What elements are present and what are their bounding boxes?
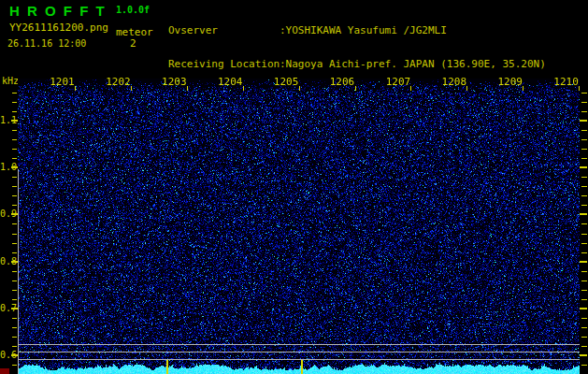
freq-minor-tick-left [12, 186, 17, 187]
freq-minor-tick-right [581, 271, 587, 272]
freq-minor-tick-right [581, 346, 587, 347]
detection-band-line-lower [18, 359, 580, 360]
meteor-echo-marker [301, 360, 303, 374]
freq-minor-tick-left [12, 139, 17, 140]
freq-tick-label: 0.9 [0, 209, 11, 219]
freq-minor-tick-right [581, 252, 587, 253]
freq-tick-label: 0.8 [0, 256, 11, 266]
detection-band-line-upper [18, 344, 580, 345]
time-tick-label: 1204 [214, 76, 246, 88]
freq-major-tick-left [11, 213, 18, 215]
time-tick-label: 1202 [102, 76, 134, 88]
freq-minor-tick-left [12, 234, 17, 235]
freq-minor-tick-right [581, 195, 587, 196]
freq-minor-tick-left [12, 327, 17, 328]
freq-minor-tick-left [12, 318, 17, 319]
time-tick [75, 86, 76, 91]
time-tick [355, 86, 356, 91]
freq-major-tick-left [11, 120, 18, 122]
time-tick [299, 86, 300, 91]
strip-origin-red-mark [0, 368, 9, 374]
freq-minor-tick-left [12, 130, 17, 131]
freq-minor-tick-left [12, 111, 17, 112]
time-tick [579, 86, 580, 91]
freq-minor-tick-right [581, 186, 587, 187]
app-version: 1.0.0f [116, 5, 150, 15]
freq-minor-tick-right [581, 130, 587, 131]
time-tick-label: 1208 [438, 76, 470, 88]
info-value: :Nagoya Aichi-pref. JAPAN (136.90E, 35.2… [280, 58, 546, 70]
freq-tick-label: 0.6 [0, 350, 11, 360]
freq-minor-tick-right [581, 365, 587, 366]
freq-tick-label: 0.7 [0, 303, 11, 313]
time-tick-label: 1203 [158, 76, 190, 88]
freq-minor-tick-right [581, 205, 587, 206]
info-label: Ovserver [168, 25, 280, 36]
y-axis-unit-label: kHz [2, 76, 19, 86]
time-tick-label: 1207 [382, 76, 414, 88]
freq-minor-tick-right [581, 93, 587, 94]
freq-minor-tick-right [581, 243, 587, 244]
info-row-location: Receiving Location:Nagoya Aichi-pref. JA… [168, 59, 546, 70]
freq-major-tick-left [11, 308, 18, 309]
info-value: :YOSHIKAWA Yasufumi /JG2MLI [280, 24, 447, 36]
freq-major-tick-right [580, 120, 587, 122]
observation-datetime: 26.11.16 12:00 [7, 38, 86, 49]
time-tick-label: 1205 [270, 76, 302, 88]
freq-minor-tick-right [581, 177, 587, 178]
freq-minor-tick-left [12, 280, 17, 281]
spectrogram-canvas [18, 79, 580, 374]
freq-major-tick-left [11, 261, 18, 263]
freq-tick-label: 1.0 [0, 162, 11, 172]
freq-minor-tick-left [12, 271, 17, 272]
freq-major-tick-right [580, 354, 587, 356]
freq-tick-label: 1.1 [0, 115, 11, 125]
meteor-count: 2 [130, 37, 136, 50]
freq-minor-tick-left [12, 299, 17, 300]
freq-minor-tick-right [581, 234, 587, 235]
freq-minor-tick-left [12, 93, 17, 94]
freq-minor-tick-left [12, 346, 17, 347]
time-tick-label: 1201 [47, 76, 79, 88]
detection-band-line-center [18, 352, 580, 352]
freq-minor-tick-left [12, 205, 17, 206]
freq-major-tick-right [580, 213, 587, 215]
freq-minor-tick-left [12, 290, 17, 291]
output-filename: YY2611161200.png [9, 22, 108, 34]
freq-minor-tick-left [12, 337, 17, 338]
freq-minor-tick-right [581, 299, 587, 300]
freq-major-tick-left [11, 354, 18, 356]
freq-minor-tick-left [12, 158, 17, 159]
time-tick-label: 1206 [326, 76, 358, 88]
freq-minor-tick-right [581, 149, 587, 150]
hrofft-screen: H R O F F T 1.0.0f YY2611161200.png mete… [0, 0, 588, 374]
freq-minor-tick-right [581, 280, 587, 281]
freq-minor-tick-right [581, 102, 587, 103]
time-tick [410, 86, 411, 91]
freq-minor-tick-right [581, 290, 587, 291]
info-label: Receiving Location [168, 59, 280, 70]
freq-minor-tick-right [581, 139, 587, 140]
time-tick [523, 86, 523, 91]
freq-minor-tick-left [12, 365, 17, 366]
time-tick-label: 1210 [551, 76, 582, 88]
app-title: H R O F F T [9, 3, 107, 19]
info-row-observer: Ovserver:YOSHIKAWA Yasufumi /JG2MLI [168, 25, 546, 36]
freq-major-tick-right [580, 308, 587, 309]
freq-minor-tick-right [581, 318, 587, 319]
time-tick [243, 86, 244, 91]
plot-left-border-line [18, 169, 19, 374]
freq-minor-tick-left [12, 223, 17, 224]
freq-minor-tick-right [581, 158, 587, 159]
freq-major-tick-right [580, 166, 587, 168]
freq-minor-tick-left [12, 243, 17, 244]
freq-minor-tick-left [12, 177, 17, 178]
freq-minor-tick-right [581, 223, 587, 224]
meteor-echo-marker [166, 360, 168, 374]
freq-minor-tick-left [12, 102, 17, 103]
time-tick-label: 1209 [495, 76, 526, 88]
freq-minor-tick-right [581, 337, 587, 338]
freq-major-tick-right [580, 261, 587, 263]
freq-minor-tick-left [12, 252, 17, 253]
time-tick [131, 86, 132, 91]
